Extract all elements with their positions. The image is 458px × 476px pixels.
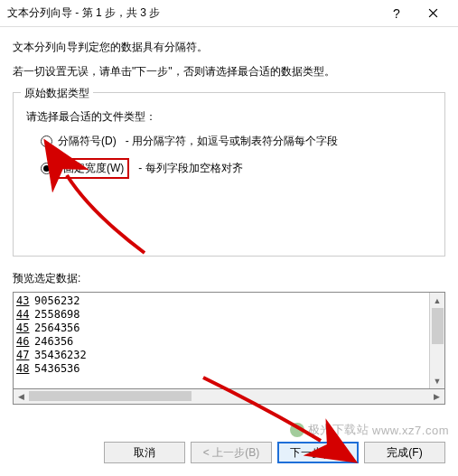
table-row: 439056232 — [15, 294, 429, 308]
row-value: 35436232 — [33, 349, 87, 362]
radio-delimited-desc: - 用分隔字符，如逗号或制表符分隔每个字段 — [126, 134, 338, 149]
next-button[interactable]: 下一步(N) > — [277, 442, 359, 463]
table-row: 452564356 — [15, 322, 429, 335]
row-value: 5436536 — [33, 362, 80, 376]
radio-fixed-width-desc: - 每列字段加空格对齐 — [138, 161, 242, 176]
scroll-left-icon[interactable]: ◀ — [14, 389, 29, 404]
scroll-thumb-v[interactable] — [432, 308, 444, 344]
row-number: 43 — [15, 294, 33, 308]
scroll-track-h[interactable] — [29, 389, 429, 404]
titlebar: 文本分列向导 - 第 1 步，共 3 步 ? — [0, 0, 458, 27]
radio-delimited[interactable] — [41, 135, 52, 147]
scroll-right-icon[interactable]: ▶ — [429, 389, 444, 404]
cancel-button[interactable]: 取消 — [104, 442, 185, 463]
row-value: 246356 — [33, 335, 73, 349]
close-icon — [428, 8, 438, 18]
content-area: 文本分列向导判定您的数据具有分隔符。 若一切设置无误，请单击"下一步"，否则请选… — [0, 27, 458, 257]
scroll-thumb-h[interactable] — [29, 391, 192, 401]
preview-label: 预览选定数据: — [13, 271, 458, 286]
watermark-url: www.xz7.com — [372, 424, 449, 437]
radio-delimited-row[interactable]: 分隔符号(D) - 用分隔字符，如逗号或制表符分隔每个字段 — [41, 134, 434, 149]
radio-fixed-width-label: 固定宽度(W) — [58, 158, 129, 179]
row-number: 48 — [15, 362, 33, 376]
window-title: 文本分列向导 - 第 1 步，共 3 步 — [7, 5, 379, 21]
row-number: 45 — [15, 322, 33, 335]
preview-box: 439056232 442558698 452564356 46246356 4… — [13, 292, 445, 389]
back-button[interactable]: < 上一步(B) — [191, 442, 272, 463]
row-number: 47 — [15, 349, 33, 362]
help-button[interactable]: ? — [379, 1, 415, 26]
row-number: 46 — [15, 335, 33, 349]
radio-fixed-width-row[interactable]: 固定宽度(W) - 每列字段加空格对齐 — [41, 158, 434, 179]
row-value: 2564356 — [33, 322, 80, 335]
horizontal-scrollbar[interactable]: ◀ ▶ — [13, 389, 445, 405]
table-row: 485436536 — [15, 362, 429, 376]
watermark-logo-icon — [290, 423, 304, 437]
row-value: 9056232 — [33, 294, 80, 308]
row-value: 2558698 — [33, 308, 80, 322]
intro-line-1: 文本分列向导判定您的数据具有分隔符。 — [13, 40, 445, 55]
button-row: 取消 < 上一步(B) 下一步(N) > 完成(F) — [104, 442, 445, 463]
close-button[interactable] — [415, 1, 451, 26]
table-row: 4735436232 — [15, 349, 429, 362]
table-row: 46246356 — [15, 335, 429, 349]
vertical-scrollbar[interactable]: ▲ ▼ — [429, 293, 444, 388]
radio-delimited-label: 分隔符号(D) — [58, 134, 117, 149]
intro-line-2: 若一切设置无误，请单击"下一步"，否则请选择最合适的数据类型。 — [13, 64, 445, 79]
group-prompt: 请选择最合适的文件类型： — [26, 109, 434, 125]
preview-inner: 439056232 442558698 452564356 46246356 4… — [14, 293, 429, 388]
finish-button[interactable]: 完成(F) — [364, 442, 445, 463]
watermark: 极光下载站 www.xz7.com — [290, 422, 449, 438]
original-data-type-group: 原始数据类型 请选择最合适的文件类型： 分隔符号(D) - 用分隔字符，如逗号或… — [13, 92, 445, 257]
watermark-text: 极光下载站 — [308, 422, 369, 438]
row-number: 44 — [15, 308, 33, 322]
scroll-down-icon[interactable]: ▼ — [430, 373, 444, 388]
scroll-up-icon[interactable]: ▲ — [430, 293, 444, 308]
table-row: 442558698 — [15, 308, 429, 322]
radio-fixed-width[interactable] — [41, 163, 52, 174]
group-legend: 原始数据类型 — [21, 86, 93, 101]
